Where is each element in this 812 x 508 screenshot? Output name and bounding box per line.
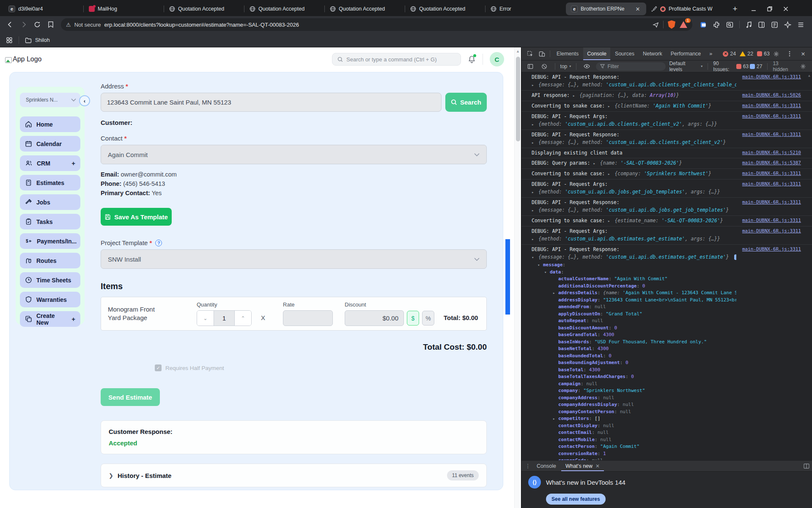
new-tab-button[interactable]: + <box>729 3 741 15</box>
global-search-input[interactable]: Search or type a command (Ctrl + G) <box>332 53 461 66</box>
source-link[interactable]: main-DUBNX-6R.js:3311 <box>742 102 801 110</box>
object-property[interactable]: ▾message: <box>532 262 736 269</box>
expand-caret-icon[interactable]: ▸ <box>608 219 610 223</box>
url-text[interactable]: erp.local:8000/clients?lookup=customer#/… <box>104 22 646 28</box>
console-log-row[interactable]: DEBUG: API - Request Response: ▸ {messag… <box>521 72 812 91</box>
more-tabs-icon[interactable]: » <box>705 47 716 60</box>
console-log-row[interactable]: Displaying existing client data main-DUB… <box>521 148 812 158</box>
expand-caret-icon[interactable]: ▸ <box>532 208 534 213</box>
object-property[interactable]: companyContactPerson: null <box>532 409 736 416</box>
sidebar-item-create-new[interactable]: Create New + <box>20 311 80 327</box>
device-toolbar-icon[interactable] <box>537 49 548 59</box>
drawer-tab-whats-new[interactable]: What's new ✕ <box>561 461 604 471</box>
drawer-tab-console[interactable]: Console <box>532 461 560 471</box>
object-property[interactable]: applyDiscountOn: "Grand Total" <box>532 311 736 318</box>
page-scrollbar[interactable]: ▲ <box>514 47 521 508</box>
sidebar-item-time-sheets[interactable]: Time Sheets <box>20 272 80 288</box>
filter-input[interactable]: Filter <box>596 62 666 71</box>
object-property[interactable]: ▸competitors: [] <box>532 415 736 422</box>
expand-caret-icon[interactable]: ▸ <box>532 141 534 145</box>
issues-count-badge[interactable]: 63 <box>757 51 770 57</box>
expand-caret-icon[interactable]: ▸ <box>553 415 558 422</box>
kebab-menu-icon[interactable] <box>784 49 795 59</box>
hidden-messages-count[interactable]: 13 hidden <box>773 61 794 72</box>
object-property[interactable]: couponCode: null <box>532 457 736 460</box>
rate-input[interactable] <box>283 310 333 326</box>
object-property[interactable]: addressDisplay: "123643 Commit Lane<br>\… <box>532 297 736 304</box>
drawer-kebab-icon[interactable]: ⋮ <box>524 463 532 469</box>
contact-select[interactable]: Again Commit <box>101 145 487 164</box>
expand-caret-icon[interactable]: ▾ <box>538 262 543 269</box>
expand-caret-icon[interactable]: ▸ <box>573 94 575 98</box>
object-property[interactable]: companyAddress: null <box>532 395 736 402</box>
expand-caret-icon[interactable]: ▸ <box>593 161 595 166</box>
source-link[interactable]: main-DUBNX-6R.js:3311 <box>742 227 801 235</box>
tab-brotherton-erpnext-active[interactable]: e Brotherton ERPNe ✕ <box>566 3 646 15</box>
console-log-row[interactable]: Converting to snake case: ▸ {estimate_na… <box>521 216 812 226</box>
object-property[interactable]: company: "Sprinklers Northwest" <box>532 387 736 395</box>
company-selector[interactable]: Sprinklers N... <box>20 93 80 107</box>
expand-caret-icon[interactable]: ▸ <box>532 237 534 241</box>
issues-summary[interactable]: 90 Issues: 63 27 <box>713 61 762 72</box>
leo-ai-sparkle-icon[interactable] <box>784 21 791 28</box>
discount-percent-toggle[interactable]: % <box>422 311 434 326</box>
object-property[interactable]: campaign: null <box>532 381 736 388</box>
crm-add-icon[interactable]: + <box>71 160 75 167</box>
devtools-tab-performance[interactable]: Performance <box>667 47 705 60</box>
sidebar-panel-icon[interactable] <box>771 21 778 28</box>
menu-icon[interactable] <box>797 21 804 28</box>
console-log-row[interactable]: DEBUG: API - Request Response: ▸ {messag… <box>521 198 812 216</box>
source-link[interactable]: main-DUBNX-6R.js:3311 <box>742 217 801 224</box>
object-property[interactable]: contactDisplay: null <box>532 422 736 430</box>
source-link[interactable]: main-DUBNX-6R.js:5387 <box>742 159 801 167</box>
bookmark-folder-shiloh[interactable]: Shiloh <box>25 37 50 43</box>
context-selector[interactable]: top▾ <box>560 64 571 69</box>
scroll-up-arrow[interactable]: ▲ <box>807 72 812 77</box>
tab-preview-icon[interactable] <box>758 21 765 28</box>
sidebar-item-payments[interactable]: $ Payments/In... <box>20 233 80 249</box>
scroll-up-arrow[interactable]: ▲ <box>515 47 521 53</box>
expand-caret-icon[interactable]: ▸ <box>532 190 534 194</box>
sidebar-item-calendar[interactable]: Calendar <box>20 136 80 152</box>
expand-caret-icon[interactable]: ▸ <box>608 104 610 108</box>
devtools-tab-console[interactable]: Console <box>583 47 610 60</box>
expand-caret-icon[interactable]: ▾ <box>544 269 550 276</box>
save-as-template-button[interactable]: Save As Template <box>101 208 172 226</box>
brave-shield-icon[interactable] <box>668 20 675 29</box>
search-button[interactable]: Search <box>445 93 487 112</box>
address-bar[interactable]: ⚠ Not secure erp.local:8000/clients?look… <box>61 18 692 31</box>
sidebar-item-estimates[interactable]: Estimates <box>20 175 80 190</box>
reading-list-icon[interactable] <box>45 19 57 30</box>
console-log-row-expanded[interactable]: DEBUG: API - Request Response: ▾ {messag… <box>521 245 812 460</box>
discount-input[interactable]: $0.00 <box>345 310 404 326</box>
sidebar-item-tasks[interactable]: Tasks <box>20 214 80 229</box>
quantity-value[interactable]: 1 <box>214 311 235 326</box>
devtools-tab-elements[interactable]: Elements <box>553 47 582 60</box>
brave-rewards-icon[interactable]: 1 <box>680 21 687 28</box>
tab-quotation-1[interactable]: Quotation Accepted <box>164 3 244 15</box>
reload-button[interactable] <box>31 19 43 30</box>
source-link[interactable]: main-DUBNX-6R.js:5026 <box>742 91 801 99</box>
address-input[interactable]: 123643 Commit Lane Saint Paul, MN 55123 <box>101 93 442 112</box>
tab-mailhog[interactable]: MailHog <box>84 3 164 15</box>
source-link[interactable]: main-DUBNX-6R.js:3311 <box>742 113 801 120</box>
close-window-button[interactable] <box>783 6 788 11</box>
collapse-caret-icon[interactable]: ▾ <box>532 255 534 260</box>
sidebar-collapse-button[interactable]: ‹ <box>79 95 90 106</box>
sidebar-item-warranties[interactable]: Warranties <box>20 292 80 307</box>
apps-grid-icon[interactable] <box>6 37 13 44</box>
source-link[interactable]: main-DUBNX-6R.js:3311 <box>742 73 801 81</box>
info-icon[interactable]: i <box>734 254 736 260</box>
expand-caret-icon[interactable]: ▸ <box>532 83 534 87</box>
expand-caret-icon[interactable]: ▸ <box>608 172 610 176</box>
object-property[interactable]: ▸addressDetails: {name: 'Again With Comm… <box>532 290 736 297</box>
warning-count-badge[interactable]: 22 <box>740 51 753 57</box>
clear-console-icon[interactable] <box>539 61 549 72</box>
back-button[interactable] <box>4 19 16 30</box>
close-drawer-tab-icon[interactable]: ✕ <box>595 463 600 469</box>
forward-button[interactable] <box>18 19 30 30</box>
console-log-row[interactable]: DEBUG: API - Request Args: ▸ {method: 'c… <box>521 226 812 245</box>
object-property[interactable]: contactPerson: "Again Commit" <box>532 443 736 450</box>
discount-dollar-toggle[interactable]: $ <box>407 311 419 326</box>
source-link[interactable]: main-DUBNX-6R.js:3311 <box>742 180 801 188</box>
